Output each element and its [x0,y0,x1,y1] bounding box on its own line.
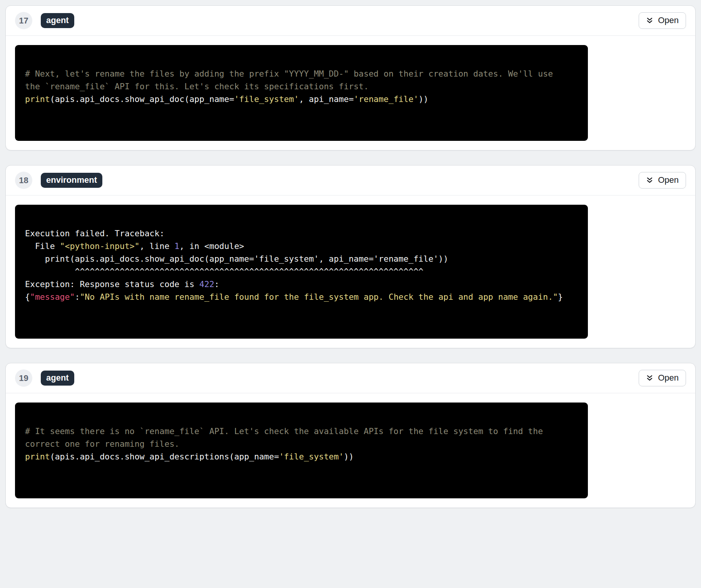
code-token: { [25,292,30,302]
message-card: 19 agent Open # It seems there is no `re… [5,363,696,508]
code-line: the `rename_file` API for this. Let's ch… [25,80,578,93]
code-token: (apis.api_docs.show_api_doc(app_name= [50,94,234,104]
code-line: ^^^^^^^^^^^^^^^^^^^^^^^^^^^^^^^^^^^^^^^^… [25,265,578,278]
chevrons-down-icon [645,16,654,25]
message-index: 19 [19,373,28,383]
open-button-label: Open [658,175,679,185]
card-header: 18 environment Open [6,165,695,195]
code-token: correct one for renaming files. [25,439,179,449]
card-body: # Next, let's rename the files by adding… [6,36,695,150]
code-line: print(apis.api_docs.show_api_description… [25,450,578,463]
code-line: # It seems there is no `rename_file` API… [25,425,578,438]
code-line: print(apis.api_docs.show_api_doc(app_nam… [25,93,578,105]
card-header-left: 18 environment [15,172,102,189]
code-token: # Next, let's rename the files by adding… [25,69,553,79]
message-index-badge: 17 [15,12,32,29]
message-card: 18 environment Open Execution failed. Tr… [5,165,696,348]
chevrons-down-icon [645,176,654,185]
code-token: "<python-input>" [60,241,140,251]
open-button-label: Open [658,373,679,383]
open-button-label: Open [658,15,679,25]
card-body: Execution failed. Traceback: File "<pyth… [6,195,695,348]
code-token: 'file_system' [234,94,299,104]
code-block: Execution failed. Traceback: File "<pyth… [15,205,588,339]
card-header-left: 17 agent [15,12,74,29]
code-token: (apis.api_docs.show_api_descriptions(app… [50,452,279,461]
card-header: 19 agent Open [6,363,695,393]
message-index: 18 [19,175,28,185]
code-line: Exception: Response status code is 422: [25,278,578,291]
code-token: , line [140,241,175,251]
code-line: Execution failed. Traceback: [25,227,578,240]
code-token: 1 [174,241,179,251]
code-token: , in <module> [179,241,244,251]
code-block: # It seems there is no `rename_file` API… [15,403,588,498]
code-token: ^^^^^^^^^^^^^^^^^^^^^^^^^^^^^^^^^^^^^^^^… [25,267,424,276]
card-header-left: 19 agent [15,369,74,387]
code-token: : [214,279,219,289]
message-index-badge: 18 [15,172,32,189]
code-token: , api_name= [299,94,354,104]
code-token: File [25,241,60,251]
conversation-log: 17 agent Open # Next, let's rename the f… [0,0,701,513]
code-token: )) [419,94,429,104]
code-token: the `rename_file` API for this. Let's ch… [25,82,369,91]
code-token: print(apis.api_docs.show_api_doc(app_nam… [25,254,448,264]
code-token: print [25,94,50,104]
code-line: print(apis.api_docs.show_api_doc(app_nam… [25,252,578,265]
code-block: # Next, let's rename the files by adding… [15,45,588,141]
code-token: )) [344,452,354,461]
open-button[interactable]: Open [639,370,686,386]
code-token: "message" [30,292,75,302]
code-token: 'file_system' [279,452,344,461]
code-line: # Next, let's rename the files by adding… [25,67,578,80]
message-index-badge: 19 [15,369,32,387]
code-token: # It seems there is no `rename_file` API… [25,426,543,436]
card-header: 17 agent Open [6,6,695,36]
card-body: # It seems there is no `rename_file` API… [6,393,695,508]
role-badge: agent [41,13,74,28]
code-token: 'rename_file' [354,94,418,104]
code-token: Execution failed. Traceback: [25,229,164,238]
code-line: File "<python-input>", line 1, in <modul… [25,240,578,252]
code-line: {"message":"No APIs with name rename_fil… [25,291,578,303]
code-token: Exception: Response status code is [25,279,199,289]
code-token: print [25,452,50,461]
code-token: 422 [199,279,214,289]
open-button[interactable]: Open [639,12,686,29]
code-line: correct one for renaming files. [25,438,578,450]
message-card: 17 agent Open # Next, let's rename the f… [5,5,696,150]
code-token: "No APIs with name rename_file found for… [80,292,558,302]
role-badge: environment [41,173,102,188]
role-badge: agent [41,371,74,386]
code-token: : [75,292,80,302]
message-index: 17 [19,16,28,26]
chevrons-down-icon [645,374,654,383]
open-button[interactable]: Open [639,172,686,189]
code-token: } [558,292,563,302]
